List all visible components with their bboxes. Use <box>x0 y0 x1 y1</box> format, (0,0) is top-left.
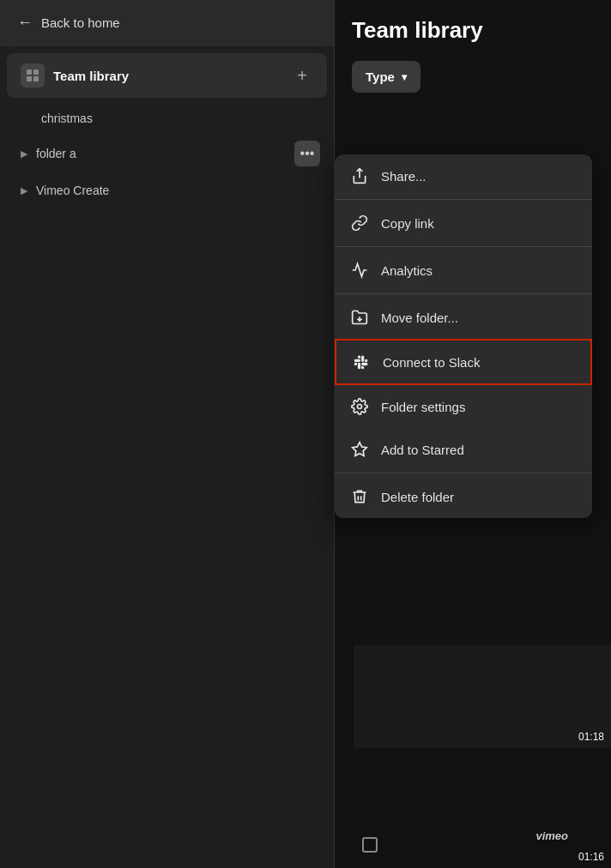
trash-icon <box>350 487 369 506</box>
share-icon <box>350 166 369 185</box>
folder-settings-label: Folder settings <box>381 400 465 414</box>
menu-item-analytics[interactable]: Analytics <box>335 249 592 292</box>
type-filter-button[interactable]: Type ▾ <box>352 61 420 93</box>
context-menu: Share... Copy link Analytics <box>335 154 592 518</box>
analytics-label: Analytics <box>381 263 433 278</box>
sidebar: ← Back to home Team library + christmas … <box>0 0 335 868</box>
sidebar-item-folder-a[interactable]: ▶ folder a ••• <box>0 132 334 175</box>
divider-2 <box>335 246 592 247</box>
menu-item-connect-slack[interactable]: Connect to Slack <box>335 339 592 385</box>
back-to-home-button[interactable]: ← Back to home <box>0 0 334 46</box>
video-duration-2: 01:16 <box>578 851 604 863</box>
chevron-right-icon: ▶ <box>21 148 27 160</box>
svg-rect-1 <box>33 69 39 75</box>
svg-point-6 <box>358 405 362 409</box>
team-library-icon <box>21 63 45 87</box>
settings-icon <box>350 397 369 416</box>
page-title: Team library <box>352 17 594 44</box>
star-icon <box>350 440 369 459</box>
menu-item-share[interactable]: Share... <box>335 154 592 197</box>
chevron-right-icon-2: ▶ <box>21 185 27 196</box>
divider-1 <box>335 199 592 200</box>
christmas-label: christmas <box>41 112 93 125</box>
divider-3 <box>335 293 592 294</box>
sidebar-item-vimeo-create[interactable]: ▶ Vimeo Create <box>0 175 334 206</box>
more-options-button[interactable]: ••• <box>294 141 320 166</box>
add-item-button[interactable]: + <box>291 64 313 87</box>
team-library-label: Team library <box>53 69 291 83</box>
menu-item-add-starred[interactable]: Add to Starred <box>335 428 592 471</box>
analytics-icon <box>350 261 369 280</box>
folder-a-label: folder a <box>36 147 294 160</box>
move-folder-label: Move folder... <box>381 310 458 325</box>
share-label: Share... <box>381 169 426 184</box>
add-starred-label: Add to Starred <box>381 443 464 457</box>
copy-link-label: Copy link <box>381 216 434 231</box>
menu-item-delete-folder[interactable]: Delete folder <box>335 475 592 518</box>
video-thumbnail-2[interactable]: vimeo 01:16 <box>354 752 611 868</box>
link-icon <box>350 214 369 232</box>
svg-rect-0 <box>27 69 32 75</box>
slack-icon <box>352 353 371 371</box>
video-checkbox-2[interactable] <box>362 837 378 853</box>
vimeo-logo: vimeo <box>535 829 568 842</box>
svg-rect-2 <box>27 76 32 81</box>
menu-item-copy-link[interactable]: Copy link <box>335 202 592 244</box>
back-arrow-icon: ← <box>17 14 33 32</box>
video-duration-1: 01:18 <box>578 731 604 743</box>
move-folder-icon <box>350 308 369 327</box>
vimeo-create-label: Vimeo Create <box>36 184 320 197</box>
type-button-label: Type <box>366 69 395 84</box>
svg-rect-3 <box>33 76 39 81</box>
connect-slack-label: Connect to Slack <box>383 355 480 370</box>
menu-item-folder-settings[interactable]: Folder settings <box>335 385 592 428</box>
chevron-down-icon: ▾ <box>402 71 407 83</box>
delete-folder-label: Delete folder <box>381 490 454 504</box>
team-library-row[interactable]: Team library + <box>7 53 327 98</box>
divider-4 <box>335 473 592 473</box>
menu-item-move-folder[interactable]: Move folder... <box>335 296 592 339</box>
svg-marker-7 <box>353 443 367 456</box>
back-to-home-label: Back to home <box>41 15 120 30</box>
video-thumbnail-1[interactable]: 01:18 <box>354 645 611 748</box>
sidebar-item-christmas[interactable]: christmas <box>0 105 334 132</box>
